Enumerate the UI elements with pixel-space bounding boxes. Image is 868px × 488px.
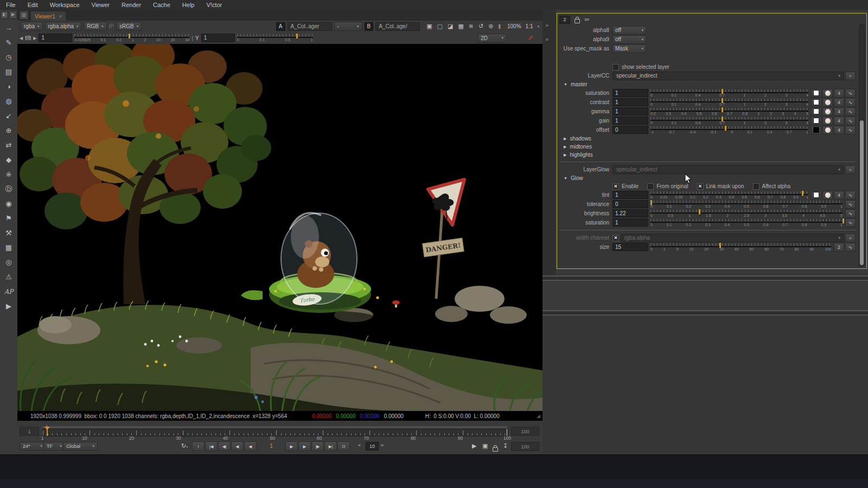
- frame-scope-dropdown[interactable]: Global▾: [63, 442, 98, 451]
- channel-matrix-button[interactable]: =: [845, 234, 856, 242]
- layer-dropdown[interactable]: rgba.alpha▾: [45, 22, 82, 31]
- channel-matrix-button[interactable]: =: [845, 72, 856, 80]
- gamma-slider[interactable]: 00.10.51: [237, 34, 313, 42]
- display-style-dropdown[interactable]: RGB▾: [84, 22, 106, 31]
- skip-forward-icon[interactable]: »: [381, 442, 384, 448]
- split-channels-button[interactable]: 4: [834, 191, 844, 200]
- expand-triangle-icon[interactable]: ▶: [564, 145, 566, 149]
- format-crop-icon[interactable]: ▢: [437, 23, 443, 30]
- param-value-input[interactable]: 1: [612, 191, 648, 199]
- channel-matrix-button[interactable]: =: [845, 165, 856, 174]
- pane-layout-icon[interactable]: ◧: [1, 11, 8, 19]
- input-a-label[interactable]: A: [276, 22, 285, 31]
- checkbox-box[interactable]: [753, 183, 760, 190]
- param-value-input[interactable]: 1.22: [612, 209, 648, 217]
- animation-curve-button[interactable]: ∿: [845, 98, 856, 107]
- animation-curve-button[interactable]: ∿: [845, 200, 856, 209]
- collapse-chevron-icon[interactable]: »: [545, 36, 547, 42]
- animation-curve-button[interactable]: ∿: [845, 219, 856, 227]
- animation-curve-button[interactable]: ∿: [845, 117, 856, 125]
- metadata-tool-icon[interactable]: ⚑: [0, 211, 17, 226]
- param-slider-offset[interactable]: -1-0.7-0.4-0.100.10.40.71: [650, 126, 808, 134]
- pane-menu-icon[interactable]: ▶: [9, 11, 17, 19]
- prev-keyframe-button[interactable]: ◀|: [218, 441, 231, 451]
- annotation-pen-icon[interactable]: ✎: [526, 35, 534, 41]
- zoom-level[interactable]: 100%: [507, 23, 521, 29]
- go-start-button[interactable]: |◀: [205, 441, 218, 451]
- menu-v-ctor[interactable]: V!ctor: [200, 2, 228, 8]
- input-b-value[interactable]: A_Col..age/: [375, 22, 420, 31]
- checkbox-box[interactable]: [612, 64, 619, 70]
- gamma-value-input[interactable]: 1: [201, 34, 235, 42]
- input-a-value[interactable]: A_Col..ager: [288, 22, 332, 31]
- wipe-icon[interactable]: ◪: [448, 23, 453, 30]
- ab-blend-dropdown[interactable]: -▾: [334, 22, 362, 31]
- expand-triangle-icon[interactable]: ▶: [564, 137, 566, 141]
- color-wheel-button[interactable]: [822, 107, 833, 116]
- alert-tool-icon[interactable]: ⚠: [0, 269, 17, 284]
- checkbox-affect-alpha[interactable]: Affect alpha: [753, 183, 791, 190]
- layer-combo-width-channel[interactable]: rgba.alpha▾: [621, 234, 844, 242]
- menu-viewer[interactable]: Viewer: [86, 2, 116, 8]
- param-slider-contrast[interactable]: 00.10.40.71234: [650, 98, 808, 107]
- group-shadows[interactable]: ▶shadows: [559, 134, 856, 143]
- animation-curve-button[interactable]: ∿: [845, 126, 856, 134]
- merge-tool-icon[interactable]: ⊕: [0, 123, 17, 138]
- split-channels-button[interactable]: 2: [834, 243, 844, 252]
- roi-icon[interactable]: ⊛: [488, 23, 493, 30]
- toolsets-tool-icon[interactable]: ⚒: [0, 226, 17, 240]
- custom-ap-tool-icon[interactable]: AP: [0, 284, 17, 299]
- flipbook-icon[interactable]: ▶: [472, 442, 476, 450]
- param-value-input[interactable]: 1: [612, 89, 648, 97]
- param-value-input[interactable]: 1: [612, 219, 648, 227]
- color-wheel-button[interactable]: [822, 126, 833, 134]
- overlay-icon[interactable]: ▦: [458, 23, 463, 30]
- checkbox-link-mask-upon[interactable]: Link mask upon: [697, 183, 744, 190]
- set-in-button[interactable]: I: [192, 441, 205, 451]
- furnace-tool-icon[interactable]: ◎: [0, 255, 17, 269]
- frame-increment-input[interactable]: 10: [366, 442, 379, 451]
- transform-tool-icon[interactable]: ⇄: [0, 138, 17, 152]
- fps-dropdown[interactable]: 24*▾: [20, 442, 46, 451]
- step-back-button[interactable]: ◀: [231, 441, 244, 451]
- param-slider-tint[interactable]: 00.010.050.10.20.30.40.50.60.70.80.91: [650, 191, 808, 200]
- layer-combo-layerglow[interactable]: specular_indirect▾: [612, 165, 844, 174]
- color-swatch-button[interactable]: [811, 191, 821, 200]
- collapse-chevron-icon[interactable]: »: [545, 22, 547, 28]
- tab-close-icon[interactable]: ×: [59, 14, 62, 19]
- particles-tool-icon[interactable]: ※: [0, 167, 17, 182]
- color-swatch-button[interactable]: [811, 98, 821, 107]
- keyer-tool-icon[interactable]: ↙: [0, 108, 17, 123]
- collapse-triangle-icon[interactable]: ▼: [564, 176, 567, 180]
- menu-file[interactable]: File: [0, 2, 22, 8]
- checkbox-enable[interactable]: Enable: [612, 183, 639, 190]
- zoom-dropdown-arrow-icon[interactable]: ▾: [537, 24, 539, 29]
- filter-tool-icon[interactable]: ◍: [0, 94, 17, 108]
- zebra-icon[interactable]: ≋: [469, 23, 474, 30]
- dropdown-alpha8[interactable]: off▾: [612, 26, 646, 35]
- gain-slider[interactable]: 0.0156250.10.212102064: [74, 34, 189, 42]
- group-midtones[interactable]: ▶midtones: [559, 143, 856, 151]
- checkbox-box[interactable]: [647, 183, 654, 190]
- gain-next-icon[interactable]: ▶: [33, 36, 36, 41]
- more-tool-icon[interactable]: ▶: [0, 299, 17, 313]
- lock-range-icon[interactable]: [493, 447, 498, 452]
- param-slider-saturation[interactable]: 00.10.40.71234: [650, 89, 808, 98]
- properties-scrollbar[interactable]: [859, 24, 865, 267]
- range-end-input[interactable]: 100: [511, 427, 539, 436]
- frame-range-icon[interactable]: ▣: [482, 442, 488, 450]
- scrollbar-handle[interactable]: [860, 120, 864, 265]
- time-tool-icon[interactable]: ◷: [0, 50, 17, 65]
- param-value-input[interactable]: 0: [612, 126, 648, 134]
- split-channels-button[interactable]: 4: [834, 107, 844, 116]
- slider-handle[interactable]: [843, 219, 844, 223]
- menu-edit[interactable]: Edit: [22, 2, 44, 8]
- tab-viewer1[interactable]: Viewer1 ×: [30, 11, 66, 21]
- next-keyframe-button[interactable]: |▶: [311, 441, 324, 451]
- viewer-lut-dropdown[interactable]: sRGB▾: [116, 22, 142, 31]
- 3d-tool-icon[interactable]: ◆: [0, 152, 17, 167]
- param-value-input[interactable]: 0: [612, 200, 648, 208]
- draw-tool-icon[interactable]: ✎: [0, 35, 17, 50]
- group-glow[interactable]: ▼Glow: [559, 174, 856, 182]
- color-swatch-button[interactable]: [811, 126, 821, 134]
